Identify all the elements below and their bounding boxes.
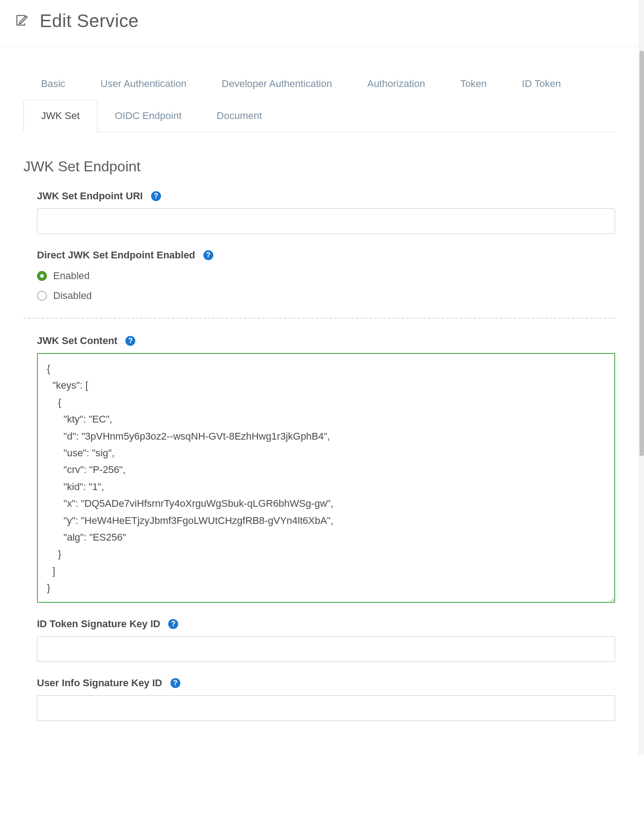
jwk-content-label: JWK Set Content bbox=[37, 335, 117, 347]
tabs-row-1: Basic User Authentication Developer Auth… bbox=[23, 68, 615, 132]
help-icon[interactable]: ? bbox=[203, 250, 213, 260]
help-icon[interactable]: ? bbox=[168, 619, 178, 629]
userinfo-sig-key-label: User Info Signature Key ID bbox=[37, 677, 162, 689]
radio-enabled[interactable]: Enabled bbox=[37, 270, 615, 282]
tab-id-token[interactable]: ID Token bbox=[504, 68, 578, 100]
field-direct-jwk-enabled: Direct JWK Set Endpoint Enabled ? Enable… bbox=[37, 249, 615, 302]
tab-basic[interactable]: Basic bbox=[23, 68, 83, 100]
jwk-endpoint-uri-label: JWK Set Endpoint URI bbox=[37, 190, 143, 202]
radio-circle-icon bbox=[37, 291, 47, 301]
id-token-sig-key-input[interactable] bbox=[37, 636, 615, 662]
radio-enabled-label: Enabled bbox=[53, 270, 90, 282]
edit-icon bbox=[14, 13, 29, 29]
tab-developer-authentication[interactable]: Developer Authentication bbox=[204, 68, 350, 100]
radio-disabled-label: Disabled bbox=[53, 290, 92, 302]
tab-document[interactable]: Document bbox=[199, 100, 280, 132]
tab-jwk-set[interactable]: JWK Set bbox=[23, 100, 97, 132]
help-icon[interactable]: ? bbox=[170, 678, 180, 688]
help-icon[interactable]: ? bbox=[151, 191, 161, 201]
direct-jwk-enabled-label: Direct JWK Set Endpoint Enabled bbox=[37, 249, 195, 261]
page-header: Edit Service bbox=[0, 0, 639, 47]
tab-user-authentication[interactable]: User Authentication bbox=[83, 68, 204, 100]
help-icon[interactable]: ? bbox=[125, 336, 135, 346]
field-jwk-endpoint-uri: JWK Set Endpoint URI ? bbox=[37, 190, 615, 234]
page-title: Edit Service bbox=[40, 11, 138, 31]
page-scrollbar[interactable] bbox=[639, 0, 644, 754]
field-jwk-content: JWK Set Content ? bbox=[37, 335, 615, 603]
tab-oidc-endpoint[interactable]: OIDC Endpoint bbox=[97, 100, 199, 132]
jwk-content-textarea[interactable] bbox=[38, 354, 614, 602]
radio-circle-icon bbox=[37, 271, 47, 281]
divider bbox=[23, 318, 615, 319]
jwk-endpoint-uri-input[interactable] bbox=[37, 208, 615, 234]
tab-token[interactable]: Token bbox=[443, 68, 505, 100]
scrollbar-thumb[interactable] bbox=[639, 50, 644, 456]
field-id-token-sig-key: ID Token Signature Key ID ? bbox=[37, 618, 615, 662]
section-title: JWK Set Endpoint bbox=[23, 158, 615, 175]
id-token-sig-key-label: ID Token Signature Key ID bbox=[37, 618, 160, 630]
userinfo-sig-key-input[interactable] bbox=[37, 695, 615, 721]
tab-authorization[interactable]: Authorization bbox=[350, 68, 442, 100]
field-userinfo-sig-key: User Info Signature Key ID ? bbox=[37, 677, 615, 721]
radio-disabled[interactable]: Disabled bbox=[37, 290, 615, 302]
